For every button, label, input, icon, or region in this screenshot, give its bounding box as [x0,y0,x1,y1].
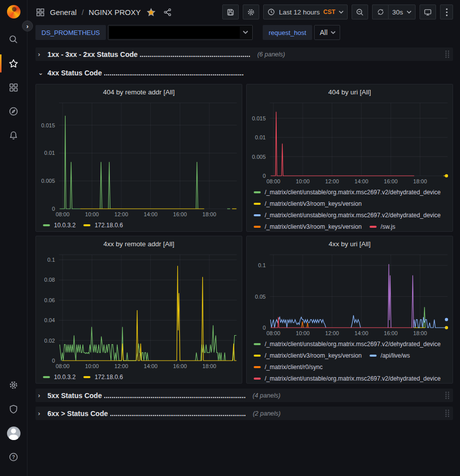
row-drag-handle[interactable] [445,50,450,58]
legend-item[interactable]: /_matrix/client/unstable/org.matrix.msc2… [254,209,441,221]
sidebar-item-alerting[interactable] [0,123,27,147]
row-drag-handle[interactable] [445,409,450,418]
main-area: General / NGINX PROXY L [27,0,460,476]
svg-text:18:00: 18:00 [202,363,216,369]
legend-swatch [254,203,261,205]
row-drag-handle[interactable] [445,391,450,400]
row-collapse-chevron: › [38,410,45,417]
legend-item[interactable]: /_matrix/client/r0/sync [254,361,323,373]
svg-text:0.1: 0.1 [47,257,55,263]
panel-title[interactable]: 4xx by remote addr [All] [36,236,242,251]
svg-text:10:00: 10:00 [296,178,310,184]
legend-item[interactable]: /_matrix/client/unstable/org.matrix.msc2… [254,373,441,383]
favorite-star-icon[interactable] [147,8,155,16]
panel-title[interactable]: 4xx by uri [All] [247,236,453,251]
legend-swatch [254,378,261,380]
sidebar-item-server-admin[interactable] [0,397,27,421]
chart-area[interactable]: 08:0010:0012:0014:0016:0018:0000.050.1 [247,251,453,337]
legend-swatch [83,224,90,226]
kebab-menu-button[interactable] [440,4,453,19]
panel-404-by-uri: 404 by uri [All] 08:0010:0012:0014:0016:… [246,84,453,232]
legend-item[interactable]: /sw.js [370,221,395,231]
svg-text:12:00: 12:00 [325,178,339,184]
chart-area[interactable]: 08:0010:0012:0014:0016:0018:0000.0050.01… [36,99,242,218]
chart-area[interactable]: 08:0010:0012:0014:0016:0018:0000.0050.01… [247,99,453,185]
svg-text:18:00: 18:00 [202,211,216,217]
shield-icon [8,404,18,414]
row-collapse-chevron: › [38,392,45,399]
legend-item[interactable]: /_matrix/client/v3/room_keys/version [254,350,362,361]
dashboard-variables-bar: DS_PROMETHEUS request_host All [27,24,460,45]
user-avatar [7,427,20,440]
breadcrumb-dashboard-title[interactable]: NGINX PROXY [89,8,141,16]
dashboard-body: › 1xx - 3xx - 2xx Status Code ..........… [27,45,460,420]
chart-svg: 08:0010:0012:0014:0016:0018:0000.020.040… [36,251,242,370]
legend-item[interactable]: /_matrix/client/v3/room_keys/version [254,221,362,231]
zoom-out-button[interactable] [352,4,368,19]
svg-text:08:00: 08:00 [56,211,70,217]
legend-label: /_matrix/client/unstable/org.matrix.msc2… [265,375,441,382]
legend-label: 10.0.3.2 [54,222,75,229]
sidebar: › ? [0,0,27,476]
row-title: 4xx Status Code ........................… [47,69,244,77]
top-navbar: General / NGINX PROXY L [27,0,460,24]
row-header-6xx[interactable]: › 6xx > Status Code ....................… [35,407,453,420]
dashboard-grid-icon [35,7,45,17]
datasource-variable-select[interactable] [108,25,253,40]
svg-text:0.005: 0.005 [41,178,55,184]
chart-svg: 08:0010:0012:0014:0016:0018:0000.0050.01… [36,99,242,218]
legend-swatch [43,376,50,378]
refresh-interval-dropdown[interactable]: 30s [388,4,416,19]
svg-text:10:00: 10:00 [296,330,310,336]
sidebar-item-search[interactable] [0,27,27,51]
legend-label: /_matrix/client/unstable/org.matrix.msc2… [265,212,441,219]
svg-text:14:00: 14:00 [355,178,369,184]
svg-text:0.015: 0.015 [252,115,266,121]
chart-area[interactable]: 08:0010:0012:0014:0016:0018:0000.020.040… [36,251,242,370]
sidebar-item-help[interactable]: ? [0,445,27,469]
row-header-5xx[interactable]: › 5xx Status Code ......................… [35,389,453,402]
legend-label: 172.18.0.6 [94,222,123,229]
legend-label: /sw.js [381,223,395,230]
sidebar-item-dashboards[interactable] [0,75,27,99]
breadcrumb-section[interactable]: General [50,8,76,16]
legend-swatch [370,226,377,228]
request-host-variable-select[interactable]: All [314,25,340,40]
grafana-logo[interactable] [7,5,20,18]
share-icon[interactable] [163,8,172,16]
time-range-picker[interactable]: Last 12 hours CST [263,4,348,19]
legend-item[interactable]: 172.18.0.6 [83,371,123,383]
apps-grid-icon [8,82,18,92]
refresh-button[interactable] [372,4,388,19]
breadcrumb-separator: / [81,8,83,16]
panel-title[interactable]: 404 by remote addr [All] [36,84,242,99]
svg-text:0: 0 [263,325,266,331]
svg-text:0.01: 0.01 [255,134,266,140]
legend-swatch [370,355,377,357]
legend-item[interactable]: /_matrix/client/unstable/org.matrix.msc2… [254,186,441,198]
cycle-view-mode-button[interactable] [420,4,436,19]
svg-text:0: 0 [263,173,266,179]
refresh-icon [377,8,385,16]
sidebar-item-explore[interactable] [0,99,27,123]
sidebar-item-profile[interactable] [0,421,27,445]
compass-icon [8,106,18,116]
svg-text:12:00: 12:00 [114,211,128,217]
sidebar-item-settings[interactable] [0,373,27,397]
request-host-variable-label: request_host [263,25,312,40]
save-dashboard-button[interactable] [222,4,239,19]
svg-text:14:00: 14:00 [144,363,158,369]
sidebar-item-starred[interactable] [0,51,27,75]
legend-item[interactable]: 10.0.3.2 [43,219,75,231]
sidebar-expand-button[interactable]: › [22,20,33,31]
row-header-4xx[interactable]: ⌄ 4xx Status Code ......................… [35,66,453,79]
row-header-1xx-3xx-2xx[interactable]: › 1xx - 3xx - 2xx Status Code ..........… [35,47,453,61]
legend-item[interactable]: /_matrix/client/v3/room_keys/version [254,198,362,209]
legend-item[interactable]: 172.18.0.6 [83,219,123,231]
legend-item[interactable]: 10.0.3.2 [43,371,75,383]
refresh-interval-label: 30s [392,8,403,16]
panel-title[interactable]: 404 by uri [All] [247,84,453,99]
legend-item[interactable]: /_matrix/client/unstable/org.matrix.msc2… [254,338,441,350]
dashboard-settings-button[interactable] [243,4,259,19]
legend-item[interactable]: /api/live/ws [370,350,410,361]
